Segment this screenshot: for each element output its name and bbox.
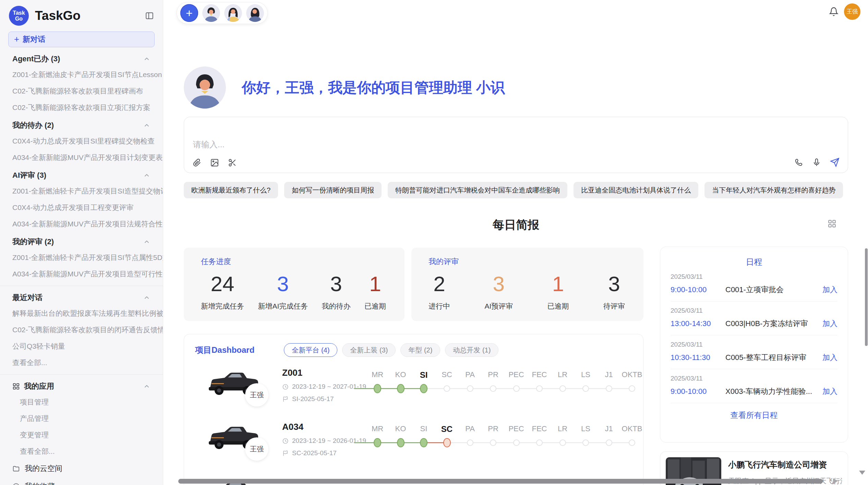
suggestion-chip[interactable]: 特朗普可能对进口汽车增税会对中国车企造成哪些影响 <box>388 182 567 198</box>
stat-value: 3 <box>484 272 513 296</box>
stats-row: 任务进度24新增完成任务3新增AI完成任务3我的待办1已逾期我的评审2进行中3A… <box>184 248 643 321</box>
sidebar-item[interactable]: 查看全部... <box>0 355 163 371</box>
join-link[interactable]: 加入 <box>822 285 837 295</box>
send-icon[interactable] <box>830 158 840 167</box>
chevron-up-icon[interactable] <box>143 122 150 129</box>
project-code: A034 <box>282 422 366 432</box>
schedule-event: 2025/03/1113:00-14:30C003|H0B-方案冻结评审加入 <box>671 301 837 335</box>
stat-label: 进行中 <box>429 301 450 311</box>
dashboard-filter-chip[interactable]: 年型 (2) <box>400 343 440 357</box>
section-header[interactable]: 我的应用 <box>0 377 163 394</box>
vertical-scrollbar[interactable] <box>865 248 868 346</box>
chevron-up-icon[interactable] <box>143 55 150 63</box>
avatar-woman-1[interactable] <box>224 4 242 22</box>
chevron-up-icon[interactable] <box>143 238 150 246</box>
stat-value: 1 <box>547 272 569 296</box>
sidebar-item[interactable]: A034-全新新能源MUV产品开发项目法规符合性评审 <box>0 216 163 232</box>
star-icon <box>12 483 20 485</box>
sidebar-link[interactable]: 我的云空间 <box>0 460 163 477</box>
join-link[interactable]: 加入 <box>822 386 837 397</box>
section-header[interactable]: AI评审 (3) <box>0 166 163 183</box>
avatar-woman-2[interactable] <box>246 4 264 22</box>
scissors-icon[interactable] <box>228 158 237 167</box>
milestone-dot <box>536 439 543 446</box>
sidebar-item[interactable]: 项目管理 <box>0 394 163 410</box>
join-link[interactable]: 加入 <box>822 319 837 329</box>
milestone-dot <box>490 385 496 392</box>
new-chat-button[interactable]: + 新对话 <box>8 32 155 47</box>
sidebar-item[interactable]: 公司Q3轻卡销量 <box>0 338 163 355</box>
sidebar-item[interactable]: Z001-全新燃油皮卡产品开发项目SI节点Lesson Learn报告 <box>0 66 163 83</box>
schedule-event: 2025/03/119:00-10:00C001-立项审批会加入 <box>671 268 837 301</box>
scroll-down-arrow[interactable] <box>859 471 865 475</box>
sidebar-item[interactable]: C02-飞腾新能源轻客改款项目里程碑画布 <box>0 83 163 99</box>
sidebar-item[interactable]: 产品管理 <box>0 410 163 427</box>
project-row[interactable]: 王强A0342023-12-19 ~ 2026-01-19SC-2025-05-… <box>184 416 643 470</box>
horizontal-scrollbar[interactable] <box>178 479 823 484</box>
suggestion-chip[interactable]: 当下年轻人对汽车外观有怎样的喜好趋势 <box>704 182 843 198</box>
app-header: Task Go TaskGo <box>0 0 163 32</box>
milestone-dot <box>606 439 612 446</box>
sidebar-item[interactable]: C0X4-动力总成开发项目SI里程碑提交物检查 <box>0 133 163 149</box>
milestone-dot <box>582 439 589 446</box>
milestone-connector <box>540 442 563 443</box>
section-title: Agent已办 (3) <box>12 54 60 64</box>
event-date: 2025/03/11 <box>671 375 837 382</box>
dashboard-filter-chip[interactable]: 全新上装 (3) <box>342 343 396 357</box>
suggestion-chip[interactable]: 如何写一份清晰的项目周报 <box>284 182 382 198</box>
sidebar: Task Go TaskGo + 新对话 Agent已办 (3)Z001-全新燃… <box>0 0 163 485</box>
event-name: C001-立项审批会 <box>725 285 822 295</box>
join-link[interactable]: 加入 <box>822 352 837 363</box>
dashboard-filter-chip[interactable]: 动总开发 (1) <box>445 343 498 357</box>
chat-input[interactable]: 请输入... <box>184 117 848 173</box>
attachment-icon[interactable] <box>192 158 201 167</box>
section-header[interactable]: 我的评审 (2) <box>0 232 163 249</box>
suggestion-chip[interactable]: 欧洲新规最近颁布了什么? <box>184 182 278 198</box>
sidebar-item[interactable]: Z001-全新燃油轻卡产品开发项目SI造型提交物评审 <box>0 183 163 199</box>
dashboard-filter-chip[interactable]: 全新平台 (4) <box>284 343 337 357</box>
chevron-up-icon[interactable] <box>143 294 150 301</box>
suggestion-chip[interactable]: 比亚迪全固态电池计划具体说了什么 <box>574 182 698 198</box>
section-header[interactable]: 最近对话 <box>0 288 163 305</box>
sidebar-collapse-icon[interactable] <box>145 11 154 20</box>
section-header[interactable]: Agent已办 (3) <box>0 49 163 66</box>
recent-chats-group: 最近对话解释最新出台的欧盟报废车法规再生塑料比例被调至15%...C02-飞腾新… <box>0 286 163 371</box>
sidebar-item[interactable]: 解释最新出台的欧盟报废车法规再生塑料比例被调至15%... <box>0 305 163 322</box>
sidebar-item[interactable]: 变更管理 <box>0 427 163 443</box>
event-name: X003-车辆动力学性能验... <box>725 386 822 397</box>
milestone-dot <box>582 385 589 392</box>
view-all-schedule-link[interactable]: 查看所有日程 <box>671 403 837 427</box>
sidebar-link[interactable]: 我的收藏 <box>0 477 163 485</box>
sidebar-item[interactable]: C0X4-动力总成开发项目工程变更评审 <box>0 199 163 216</box>
logo-line1: Task <box>13 10 25 16</box>
sidebar-item[interactable]: C02-飞腾新能源轻客改款项目立项汇报方案 <box>0 99 163 116</box>
milestone-dot <box>420 384 427 393</box>
image-icon[interactable] <box>210 158 219 167</box>
sidebar-item[interactable]: A034-全新新能源MUV产品开发项目造型可行性评审 <box>0 266 163 282</box>
project-row[interactable]: 王强Z0012023-12-19 ~ 2027-01-19SI-2025-05-… <box>184 362 643 416</box>
notification-bell-icon[interactable] <box>829 7 839 16</box>
milestone-label: SC <box>442 370 452 379</box>
milestone-label: SI <box>420 370 428 380</box>
microphone-icon[interactable] <box>812 158 821 167</box>
section-header[interactable]: 我的待办 (2) <box>0 116 163 133</box>
app-logo: Task Go <box>9 6 29 26</box>
stat-item: 2进行中 <box>429 272 450 311</box>
project-milestone-flag: SI-2025-05-17 <box>282 395 366 403</box>
user-avatar[interactable]: 王强 <box>844 3 860 20</box>
avatar-man[interactable] <box>202 4 220 22</box>
phone-icon[interactable] <box>794 158 803 167</box>
chevron-up-icon[interactable] <box>143 172 150 179</box>
scroll-right-arrow[interactable] <box>833 478 837 484</box>
sidebar-item[interactable]: C02-飞腾新能源轻客改款项目的闭环通告反馈情况 <box>0 322 163 338</box>
my-apps-group: 我的应用项目管理产品管理变更管理查看全部...我的云空间我的收藏 <box>0 374 163 485</box>
sidebar-item[interactable]: Z001-全新燃油轻卡产品开发项目SI节点属性5D文件评审 <box>0 249 163 266</box>
section-title: 我的待办 (2) <box>12 120 54 130</box>
layout-grid-icon[interactable] <box>828 219 836 228</box>
stat-label: 我的待办 <box>322 301 351 311</box>
chevron-up-icon[interactable] <box>143 383 150 390</box>
sidebar-item[interactable]: 查看全部... <box>0 443 163 460</box>
sidebar-item[interactable]: A034-全新新能源MUV产品开发项目计划变更表编写 <box>0 149 163 166</box>
stat-value: 24 <box>201 272 244 296</box>
add-agent-button[interactable]: + <box>180 4 198 22</box>
